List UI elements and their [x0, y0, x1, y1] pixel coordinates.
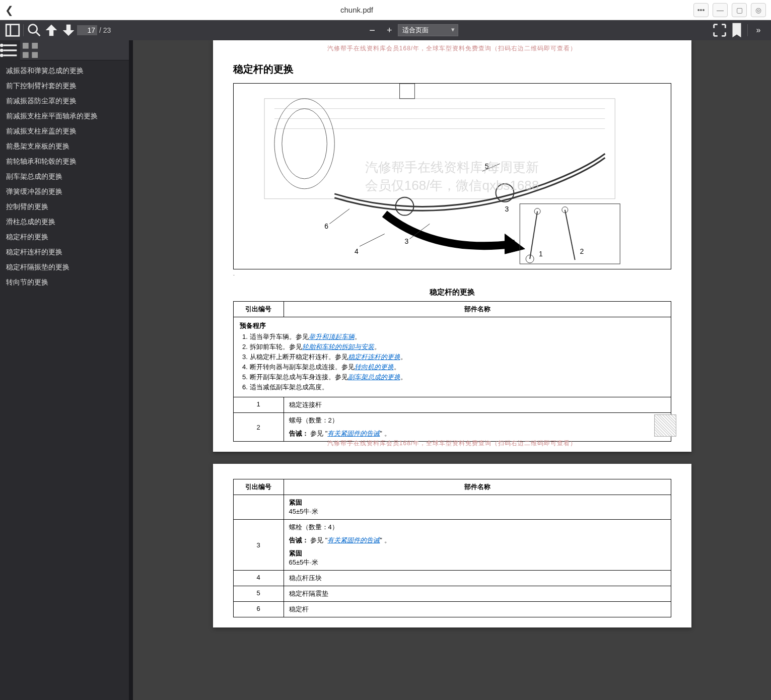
svg-point-8: [1, 49, 3, 51]
outline-item[interactable]: 前下控制臂衬套的更换: [0, 79, 129, 94]
outline-item[interactable]: 前减振支柱座盖的更换: [0, 124, 129, 139]
th-ref: 引出编号: [233, 302, 284, 317]
link[interactable]: 稳定杆连杆的更换: [348, 353, 400, 361]
ref-num: 3: [233, 520, 284, 571]
svg-point-15: [282, 109, 327, 179]
thumbnails-tab[interactable]: [20, 40, 40, 60]
maximize-button[interactable]: ▢: [732, 3, 747, 17]
parts-table-2: 引出编号部件名称 紧固 45±5牛·米 3 螺栓（数量：4） 告诫： 参见 "有…: [233, 479, 671, 617]
zoom-out-icon[interactable]: −: [364, 22, 381, 39]
part-name: 螺母（数量：2）: [289, 416, 666, 425]
sidebar-resize-handle[interactable]: [129, 40, 133, 700]
document-title: chunk.pdf: [20, 6, 693, 14]
parts-table: 引出编号部件名称 预备程序 适当举升车辆。参见举升和顶起车辆。 拆卸前车轮。参见…: [233, 301, 671, 442]
section-title: 稳定杆的更换: [233, 62, 671, 76]
pdf-page-18: 引出编号部件名称 紧固 45±5牛·米 3 螺栓（数量：4） 告诫： 参见 "有…: [213, 464, 691, 627]
outline-item[interactable]: 弹簧缓冲器的更换: [0, 184, 129, 199]
outline-item[interactable]: 前减振支柱座平面轴承的更换: [0, 109, 129, 124]
more-button[interactable]: •••: [693, 3, 709, 17]
outline-item[interactable]: 前悬架支座板的更换: [0, 139, 129, 154]
watermark-header: 汽修帮手在线资料库会员168/年，全球车型资料免费查询（扫码右边二维码即可查看）: [213, 44, 691, 53]
qr-code: [654, 414, 676, 437]
table-title: 稳定杆的更换: [233, 288, 671, 297]
part-name: 稳定杆: [284, 602, 671, 617]
part-name: 稳定连接杆: [284, 397, 671, 413]
th-name: 部件名称: [284, 302, 671, 317]
ref-num: 6: [233, 602, 284, 617]
outline-item[interactable]: 稳定杆连杆的更换: [0, 245, 129, 260]
svg-rect-12: [23, 52, 29, 58]
outline-item[interactable]: 稳定杆隔振垫的更换: [0, 260, 129, 275]
next-page-icon[interactable]: [60, 22, 77, 39]
prep-item: 从稳定杆上断开稳定杆连杆。参见稳定杆连杆的更换。: [250, 353, 665, 362]
outline-tab[interactable]: [0, 40, 20, 60]
svg-rect-0: [6, 25, 19, 36]
diagram-label: 3: [404, 237, 408, 245]
outline-item[interactable]: 转向节的更换: [0, 275, 129, 290]
diagram-label: 5: [484, 162, 488, 170]
watermark-footer: 汽修帮手在线资料库会员168/年，全球车型资料免费查询（扫码右边二维码即可查看）: [213, 439, 691, 448]
link[interactable]: 转向机的更换: [355, 363, 394, 371]
link[interactable]: 举升和顶起车辆: [309, 333, 355, 340]
svg-rect-10: [23, 43, 29, 49]
presentation-icon[interactable]: [711, 22, 728, 39]
part-name: 稳点杆压块: [284, 571, 671, 586]
svg-line-3: [36, 32, 40, 36]
target-button[interactable]: ◎: [751, 3, 766, 17]
toggle-sidebar-icon[interactable]: [4, 22, 21, 39]
back-button[interactable]: ❮: [5, 4, 20, 16]
link[interactable]: 轮胎和车轮的拆卸与安装: [302, 343, 374, 351]
svg-point-17: [496, 184, 514, 202]
svg-rect-18: [399, 84, 414, 99]
prep-item: 适当减低副车架总成高度。: [250, 383, 665, 392]
ref-num: [233, 495, 284, 520]
svg-point-14: [274, 99, 334, 189]
outline-item[interactable]: 控制臂的更换: [0, 199, 129, 215]
ref-num: 4: [233, 571, 284, 586]
prep-item: 断开副车架总成与车身连接。参见副车架总成的更换。: [250, 373, 665, 382]
diagram-label: 1: [539, 250, 543, 258]
tight-label: 紧固: [289, 549, 666, 558]
page-total: / 23: [99, 26, 111, 34]
tools-icon[interactable]: »: [750, 22, 767, 39]
outline-item[interactable]: 副车架总成的更换: [0, 169, 129, 184]
svg-line-28: [329, 209, 349, 224]
prep-item: 断开转向器与副车架总成连接。参见转向机的更换。: [250, 363, 665, 372]
link[interactable]: 副车架总成的更换: [348, 373, 400, 381]
diagram-label: 6: [324, 222, 328, 230]
prep-heading: 预备程序: [240, 321, 665, 330]
zoom-in-icon[interactable]: +: [381, 22, 398, 39]
minimize-button[interactable]: —: [713, 3, 728, 17]
tight-val: 65±5牛·米: [289, 558, 666, 567]
part-name: 螺栓（数量：4）: [289, 523, 666, 532]
th-ref: 引出编号: [233, 479, 284, 495]
separator: [747, 24, 748, 36]
prep-list: 适当举升车辆。参见举升和顶起车辆。 拆卸前车轮。参见轮胎和车轮的拆卸与安装。 从…: [250, 332, 665, 392]
outline-item[interactable]: 前减振器防尘罩的更换: [0, 94, 129, 109]
prev-page-icon[interactable]: [43, 22, 60, 39]
outline-item[interactable]: 稳定杆的更换: [0, 230, 129, 245]
svg-line-27: [360, 234, 385, 246]
pdf-viewer[interactable]: 汽修帮手在线资料库会员168/年，全球车型资料免费查询（扫码右边二维码即可查看）…: [133, 40, 771, 700]
part-name: 稳定杆隔震垫: [284, 586, 671, 602]
prep-item: 适当举升车辆。参见举升和顶起车辆。: [250, 332, 665, 341]
svg-point-9: [1, 54, 3, 56]
link[interactable]: 有关紧固件的告诫: [327, 536, 380, 544]
tight-label: 紧固: [289, 498, 666, 507]
svg-point-2: [29, 25, 37, 33]
search-icon[interactable]: [26, 22, 43, 39]
link[interactable]: 有关紧固件的告诫: [327, 430, 380, 437]
svg-rect-13: [32, 52, 38, 58]
outline-item[interactable]: 前轮轴承和轮毂的更换: [0, 154, 129, 169]
bookmark-icon[interactable]: [728, 22, 745, 39]
th-name: 部件名称: [284, 479, 671, 495]
svg-rect-11: [32, 43, 38, 49]
svg-point-7: [1, 44, 3, 46]
outline-item[interactable]: 滑柱总成的更换: [0, 215, 129, 230]
diagram-label: 4: [355, 247, 359, 255]
separator: [23, 24, 24, 36]
page-number-input[interactable]: [77, 25, 97, 35]
diagram-label: 3: [505, 205, 509, 213]
zoom-select[interactable]: 适合页面: [398, 24, 458, 36]
outline-item[interactable]: 减振器和弹簧总成的更换: [0, 63, 129, 79]
